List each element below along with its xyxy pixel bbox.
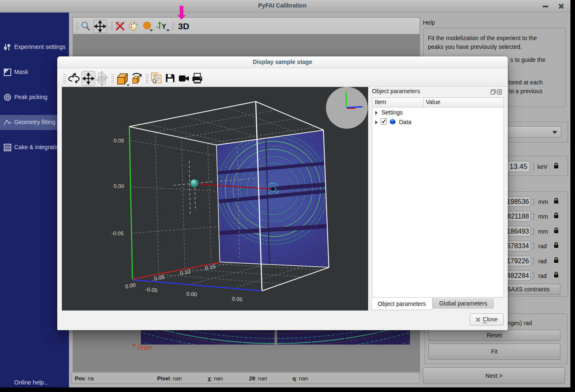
svg-text:0.00: 0.00 bbox=[114, 183, 124, 189]
svg-text:-0.05: -0.05 bbox=[111, 230, 124, 237]
svg-text:0.05: 0.05 bbox=[232, 295, 243, 303]
svg-text:Origin: Origin bbox=[137, 344, 152, 351]
svg-text:3D: 3D bbox=[178, 21, 189, 31]
svg-text:0.05: 0.05 bbox=[114, 137, 124, 144]
svg-text:o: o bbox=[156, 25, 158, 29]
svg-text:0.00: 0.00 bbox=[186, 290, 197, 298]
svg-text:Y: Y bbox=[162, 23, 166, 30]
svg-text:-0.05: -0.05 bbox=[145, 286, 158, 294]
